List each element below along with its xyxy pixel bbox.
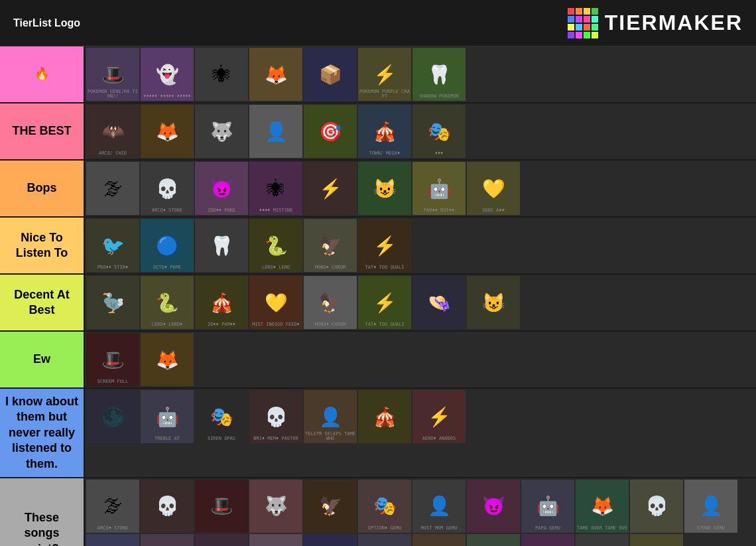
tier-item-g23[interactable]: 🐍 <box>630 534 683 546</box>
tier-item-a7[interactable]: 🎭♦♦♦ <box>412 105 466 158</box>
tier-item-d6[interactable]: ⚡TAT♦ TOO QUALI <box>358 276 411 329</box>
tier-item-g10[interactable]: 🦊TAME OVER TAME OVE <box>576 480 629 533</box>
item-label-d2: LERO♦ LERO♦ <box>141 322 194 328</box>
tier-item-s6[interactable]: ⚡POKEMON PURPLE CRAFT <box>358 48 411 101</box>
item-icon-g11: 💀 <box>630 480 683 533</box>
tier-row-fire: 🔥🎩POKEMON GENE♪RA TION♪♪👻♦♦♦♦♦ ♦♦♦♦♦ ♦♦♦… <box>0 46 756 103</box>
tier-item-g18[interactable]: 💀 <box>358 534 411 546</box>
item-label-d5: MONO♦ CHROM <box>304 322 357 328</box>
tier-item-g6[interactable]: 🎭OPTION♦ GEMU <box>358 480 411 533</box>
tier-item-b8[interactable]: 💛SONI A♦♦ <box>467 162 520 215</box>
tier-item-g7[interactable]: 👤MOST MEM GEMU <box>412 480 466 533</box>
tier-item-e1[interactable]: 🎩SCREEM FULL <box>86 333 139 386</box>
tier-item-c4[interactable]: 🐍LERO♦ LERO <box>249 219 302 272</box>
tier-item-d5[interactable]: 🦅MONO♦ CHROM <box>304 276 357 329</box>
tier-item-d7[interactable]: 👒 <box>412 276 466 329</box>
item-label-g9: PAPA GEMU <box>521 526 574 531</box>
grid-cell <box>592 32 598 38</box>
tier-item-b5[interactable]: ⚡ <box>304 162 357 215</box>
item-icon-f1: 🌑 <box>86 390 139 443</box>
header: TierList Logo TiERMAKER <box>0 0 756 46</box>
tier-item-s5[interactable]: 📦 <box>304 48 357 101</box>
tier-item-g13[interactable]: 🕷PRO♦ STIR♦ <box>86 534 139 546</box>
tier-item-b3[interactable]: 😈ZOO♦♦ POKE <box>195 162 248 215</box>
tier-item-s7[interactable]: 🦷SHADOW POKEMON <box>412 48 466 101</box>
item-icon-d2: 🐍 <box>141 276 194 329</box>
tier-item-g22[interactable]: 🦊 <box>576 534 629 546</box>
tier-item-f4[interactable]: 💀BRI♦ MEM♦ PASTOR <box>249 390 302 443</box>
tier-item-f2[interactable]: 🤖TREBLE AT <box>141 390 194 443</box>
item-icon-f4: 💀 <box>249 390 302 443</box>
tier-list: 🔥🎩POKEMON GENE♪RA TION♪♪👻♦♦♦♦♦ ♦♦♦♦♦ ♦♦♦… <box>0 46 756 546</box>
tier-item-s4[interactable]: 🦊 <box>249 48 302 101</box>
item-icon-g10: 🦊 <box>576 480 629 533</box>
grid-cell <box>568 24 574 31</box>
item-label-b3: ZOO♦♦ POKE <box>195 208 248 214</box>
item-icon-g8: 😈 <box>467 480 520 533</box>
grid-cell <box>592 16 598 23</box>
item-label-f7: AERO♦ ANODOS <box>412 437 466 442</box>
tier-item-g17[interactable]: 🌑 <box>304 534 357 546</box>
tier-item-d2[interactable]: 🐍LERO♦ LERO♦ <box>141 276 194 329</box>
tier-item-a4[interactable]: 👤 <box>249 105 302 158</box>
tier-item-g3[interactable]: 🎩 <box>195 480 248 533</box>
grid-cell <box>568 32 574 38</box>
tier-item-a5[interactable]: 🎯 <box>304 105 357 158</box>
tier-item-s3[interactable]: 🕷 <box>195 48 248 101</box>
tier-item-g15[interactable]: 🦷PRO♦ STIR♦ <box>195 534 248 546</box>
item-icon-f2: 🤖 <box>141 390 194 443</box>
tier-item-f6[interactable]: 🎪 <box>358 390 411 443</box>
item-icon-a2: 🦊 <box>141 105 194 158</box>
tier-item-s2[interactable]: 👻♦♦♦♦♦ ♦♦♦♦♦ ♦♦♦♦♦ <box>141 48 194 101</box>
item-label-c1: PRO♦♦ STIR♦ <box>86 265 139 271</box>
tier-item-g11[interactable]: 💀 <box>630 480 683 533</box>
item-icon-s2: 👻 <box>141 48 194 101</box>
tier-item-g2[interactable]: 💀 <box>141 480 194 533</box>
item-icon-a4: 👤 <box>249 105 302 158</box>
tier-item-d1[interactable]: 🦤 <box>86 276 139 329</box>
tier-item-g8[interactable]: 😈 <box>467 480 520 533</box>
item-icon-s7: 🦷 <box>412 48 466 101</box>
tier-item-b4[interactable]: 🕷♦♦♦♦ MISTINE <box>249 162 302 215</box>
tier-item-a2[interactable]: 🦊 <box>141 105 194 158</box>
tier-item-b7[interactable]: 🤖PAR♦♦ ROT♦♦ <box>412 162 466 215</box>
tier-item-a1[interactable]: 🦇ARCO♪ CHIO <box>86 105 139 158</box>
item-icon-a6: 🎪 <box>358 105 411 158</box>
tier-item-c6[interactable]: ⚡TAT♦ TOO QUALI <box>358 219 411 272</box>
tier-item-f5[interactable]: 👤TELETR SELEPS TAME WHO <box>304 390 357 443</box>
item-label-b2: ARCO♦ STONE <box>141 208 194 214</box>
item-icon-g16: 🐺 <box>249 534 302 546</box>
tier-item-b1[interactable]: 🌫 <box>86 162 139 215</box>
tier-item-d3[interactable]: 🎪ZO♦♦ PAM♦♦ <box>195 276 248 329</box>
tier-item-g19[interactable]: 🐦 <box>412 534 466 546</box>
tier-item-c2[interactable]: 🔵OCTO♦ POPE <box>141 219 194 272</box>
tier-item-g9[interactable]: 🤖PAPA GEMU <box>521 480 574 533</box>
tier-item-c3[interactable]: 🦷 <box>195 219 248 272</box>
tier-label-nice: Nice To Listen To <box>0 218 85 273</box>
tier-item-d8[interactable]: 😺 <box>467 276 520 329</box>
tier-item-c1[interactable]: 🐦PRO♦♦ STIR♦ <box>86 219 139 272</box>
tier-item-f3[interactable]: 🎭SIREN OPAS <box>195 390 248 443</box>
tier-item-e2[interactable]: 🦊 <box>141 333 194 386</box>
tier-item-a3[interactable]: 🐺 <box>195 105 248 158</box>
tier-item-g14[interactable]: 💛TAME OVER TAME OVE <box>141 534 194 546</box>
item-icon-g19: 🐦 <box>412 534 466 546</box>
tier-item-g20[interactable]: 😺 <box>467 534 520 546</box>
tier-row-bops: Bops🌫💀ARCO♦ STONE😈ZOO♦♦ POKE🕷♦♦♦♦ MISTIN… <box>0 161 756 218</box>
tier-item-d4[interactable]: 💛MIST INDIGO FEED♦ <box>249 276 302 329</box>
tier-item-f7[interactable]: ⚡AERO♦ ANODOS <box>412 390 466 443</box>
tier-item-g5[interactable]: 🦅 <box>304 480 357 533</box>
grid-cell <box>592 24 598 31</box>
tier-item-g16[interactable]: 🐺TAME OVE SAME OVE <box>249 534 302 546</box>
tier-item-f1[interactable]: 🌑 <box>86 390 139 443</box>
tier-item-b6[interactable]: 😺 <box>358 162 411 215</box>
tier-item-g1[interactable]: 🌫ARCO♦ STONE <box>86 480 139 533</box>
tier-item-c5[interactable]: 🦅MONO♦ CHROM <box>304 219 357 272</box>
tier-item-b2[interactable]: 💀ARCO♦ STONE <box>141 162 194 215</box>
tier-item-s1[interactable]: 🎩POKEMON GENE♪RA TION♪♪ <box>86 48 139 101</box>
tier-item-a6[interactable]: 🎪TOWN♪ MEGA♦ <box>358 105 411 158</box>
tier-item-g12[interactable]: 👤STONE GEMU <box>684 480 737 533</box>
tier-item-g4[interactable]: 🐺 <box>249 480 302 533</box>
item-label-f2: TREBLE AT <box>141 437 194 442</box>
tier-item-g21[interactable]: 👒POKEMON TOWER <box>521 534 574 546</box>
